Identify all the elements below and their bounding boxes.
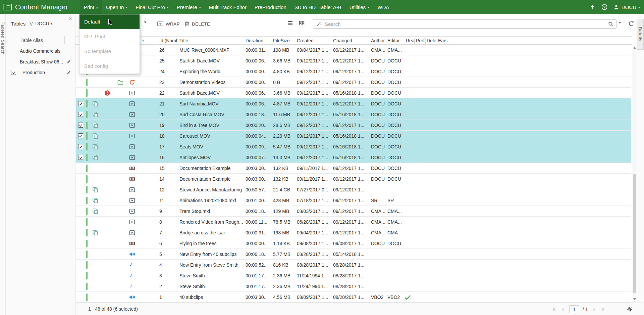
table-row[interactable]: 9Tram Stop.mxf00:00:18...129 MB08/03/201…	[76, 206, 631, 217]
grid-view-icon[interactable]	[299, 21, 305, 27]
table-row[interactable]: 16Antilopes.MOV00:00:07...13.0 MB09/12/2…	[76, 152, 631, 163]
table-row[interactable]: 11Animations 1920x1080.mxf00:01:00...428…	[76, 195, 631, 206]
sidebar-item-audio-commercials[interactable]: Audio Commercials	[6, 46, 75, 56]
status-bar	[86, 197, 88, 204]
table-filter-dropdown[interactable]: DOCU ▾	[29, 21, 52, 26]
wrap-button[interactable]: WRAP	[157, 19, 180, 29]
nav-wda[interactable]: WDA	[373, 0, 393, 14]
table-row[interactable]: 25Starfish Dace.MOV00:00:06...3.66 MB09/…	[76, 55, 631, 66]
cell-author: DOCU	[371, 66, 386, 77]
table-row[interactable]: 18Carousel.MOV00:00:04...2.29 MB09/12/20…	[76, 131, 631, 141]
table-row[interactable]: 26MUC River_00004.MXF00:00:31...198 MB09…	[76, 45, 631, 55]
first-page-button[interactable]	[552, 307, 557, 312]
cell-created: 09/04/2017 1...	[297, 45, 332, 55]
cell-filesize: 0 B	[273, 77, 296, 88]
cell-id: 23	[159, 77, 177, 88]
nav-final-cut-pro[interactable]: Final Cut Pro▾	[131, 0, 173, 14]
tables-label: Tables	[11, 21, 25, 27]
table-row[interactable]: ♪4New Entry from Steve Smith00:00:52...8…	[76, 260, 631, 270]
edit-pen-icon[interactable]	[66, 70, 71, 76]
table-row[interactable]: 23Demonstration Videos00:00:00...0 B09/1…	[76, 77, 631, 88]
scroll-down-arrow[interactable]	[633, 298, 636, 300]
table-row[interactable]: 12Stewed Apricot Manufacturing00:50:57..…	[76, 184, 631, 195]
settings-gear-icon[interactable]	[627, 306, 633, 314]
print-menu-item-mr-print[interactable]: MR_Print	[79, 29, 140, 44]
nav-print[interactable]: Print▴	[80, 0, 102, 14]
list-view-icon[interactable]	[287, 21, 293, 27]
nav-multitrack-editor[interactable]: MultiTrack Editor	[205, 0, 251, 14]
column-header-changed[interactable]: Changed	[333, 37, 367, 45]
nav-premiere[interactable]: Premiere▾	[173, 0, 205, 14]
column-header-id[interactable]: Id (Numb	[159, 37, 178, 45]
column-header-delet[interactable]: Delet	[427, 37, 436, 45]
upload-icon[interactable]	[589, 4, 596, 10]
scrollbar-thumb[interactable]	[633, 174, 636, 293]
details-tab[interactable]: Details	[637, 19, 644, 50]
next-page-button[interactable]	[591, 307, 597, 312]
last-page-button[interactable]	[600, 307, 605, 312]
close-icon[interactable]: ×	[69, 15, 72, 22]
nav-sd-to-hd-table-a-b[interactable]: SD to HD_Table: A-B	[290, 0, 345, 14]
nav-utilities[interactable]: Utilities▾	[345, 0, 373, 14]
status-bar	[86, 229, 88, 236]
edit-pen-icon[interactable]	[66, 59, 71, 65]
cell-title: Documentation Example	[179, 163, 245, 174]
column-header-perfe[interactable]: Perfe	[416, 37, 425, 45]
table-alias-column-header[interactable]: Table Alias	[20, 38, 43, 43]
table-row[interactable]: 20Surf Costa Rica.MOV00:00:18...11.6 MB0…	[76, 109, 631, 120]
row-checkbox[interactable]	[78, 133, 83, 138]
table-row[interactable]: ♪2Steve Smith00:01:17...2.36 MB11/24/199…	[76, 281, 631, 292]
search-input[interactable]	[322, 21, 608, 27]
row-checkbox[interactable]	[78, 112, 83, 117]
table-row[interactable]: 8Rendered Video from Rough...00:00:11...…	[76, 217, 631, 227]
page-number-input[interactable]	[569, 305, 579, 313]
print-menu-item-sp-template[interactable]: Sp.template	[79, 44, 140, 59]
sidebar-item-production[interactable]: Production	[6, 67, 75, 78]
row-checkbox[interactable]	[11, 70, 16, 75]
nav-open-in[interactable]: Open In▾	[102, 0, 131, 14]
delete-button[interactable]: DELETE	[184, 19, 210, 29]
search-type-dropdown[interactable]: ▾	[619, 20, 621, 25]
music-note-icon: ♪	[129, 271, 132, 278]
table-row[interactable]: 22Starfish Dace.MOV00:00:06...3.66 MB09/…	[76, 88, 631, 98]
refresh-icon[interactable]	[628, 20, 635, 29]
scroll-up-arrow[interactable]	[633, 47, 636, 49]
column-header-title[interactable]: Title	[179, 37, 230, 45]
table-row[interactable]: ♪3Steve Smith00:01:17...2.36 MB11/24/199…	[76, 270, 631, 281]
table-row[interactable]: 17Seals.MOV00:00:09...5.47 MB09/12/2017 …	[76, 141, 631, 152]
table-row[interactable]: 24Exploring the World00:00:00...4.80 KB0…	[76, 66, 631, 77]
table-row[interactable]: 6Flying in the trees00:00:00...1.14 KB09…	[76, 238, 631, 249]
column-header-partial[interactable]: e	[142, 37, 155, 45]
search-icon[interactable]	[608, 21, 614, 27]
row-checkbox[interactable]	[78, 101, 83, 106]
print-menu-item-default[interactable]: Default	[79, 14, 140, 29]
column-header-editor[interactable]: Editor	[387, 37, 403, 45]
column-header-author[interactable]: Author	[371, 37, 386, 45]
sidebar-item-breakfast-show-06-[interactable]: Breakfast Show 06...	[6, 56, 75, 67]
row-checkbox[interactable]	[78, 123, 83, 128]
previous-page-button[interactable]	[560, 307, 566, 312]
table-row[interactable]: 15Documentation Example00:03:00...132 KB…	[76, 163, 631, 174]
table-row[interactable]: 19Bird in a Tree.MOV00:00:20...28.6 MB09…	[76, 120, 631, 131]
column-header-ears[interactable]: Ears	[438, 37, 447, 45]
print-menu-item-bad-config[interactable]: Bad config	[79, 59, 140, 74]
vertical-scrollbar[interactable]	[632, 45, 637, 303]
nav-preproduction[interactable]: PreProduction	[251, 0, 290, 14]
help-icon[interactable]: ?	[601, 4, 608, 10]
table-row[interactable]: 21Surf Namibia.MOV00:00:06...4.87 MB09/1…	[76, 98, 631, 109]
toolbar-dropdown-chevron[interactable]: ▾	[144, 20, 146, 25]
table-row[interactable]: 5New Entry from 40 subclips00:06:18...5.…	[76, 249, 631, 260]
table-row[interactable]: 140 subclips00:03:30...4.56 MB08/09/2017…	[76, 292, 631, 303]
cell-created: 07/27/2017 0...	[297, 184, 332, 195]
table-row[interactable]: 7Bridge across the Isar00:00:31...198 MB…	[76, 227, 631, 238]
app-header: Content Manager Print▴Open In▾Final Cut …	[0, 0, 644, 14]
row-checkbox[interactable]	[78, 155, 83, 160]
faceted-search-tab[interactable]: Faceted Search	[0, 14, 6, 315]
row-checkbox[interactable]	[78, 144, 83, 149]
column-header-created[interactable]: Created	[297, 37, 330, 45]
column-header-filesize[interactable]: FileSize	[273, 37, 295, 45]
column-header-duration[interactable]: Duration	[246, 37, 271, 45]
table-row[interactable]: 14Documentation Example00:03:00...132 KB…	[76, 174, 631, 184]
column-header-read[interactable]: Read	[406, 37, 415, 45]
user-menu[interactable]: DOCU ▾	[613, 4, 640, 10]
